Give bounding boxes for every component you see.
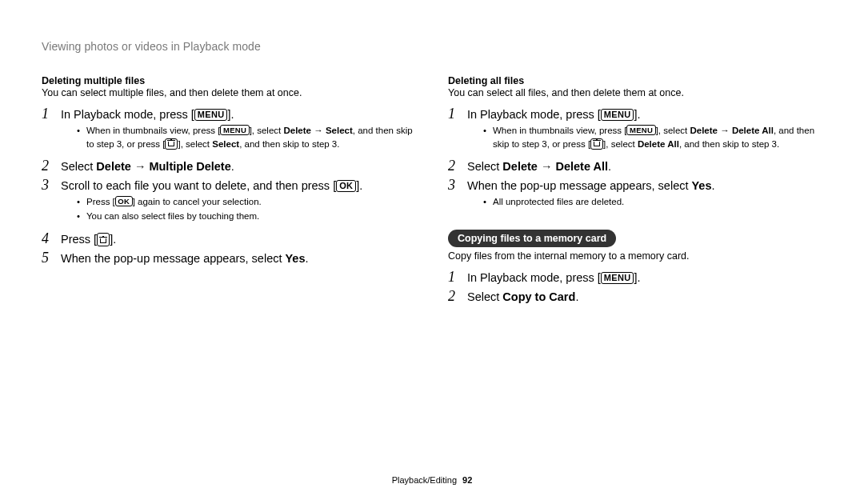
page: Viewing photos or videos in Playback mod… — [0, 0, 864, 504]
content-columns: Deleting multiple files You can select m… — [42, 75, 822, 308]
step-3-text: Scroll to each file you want to delete, … — [61, 178, 416, 194]
page-footer: Playback/Editing 92 — [0, 475, 864, 485]
step-2-text: Select Delete → Delete All. — [467, 158, 822, 175]
step-1: 1 In Playback mode, press [MENU]. When i… — [448, 106, 822, 157]
steps-delete-all: 1 In Playback mode, press [MENU]. When i… — [448, 106, 822, 215]
copy-step-1-text: In Playback mode, press [MENU]. — [467, 270, 822, 286]
footer-page-number: 92 — [462, 475, 472, 485]
trash-icon — [590, 138, 603, 150]
menu-icon: MENU — [601, 109, 634, 121]
copy-step-2: 2 Select Copy to Card. — [448, 289, 822, 306]
step-4-text: Press []. — [61, 231, 416, 248]
steps-delete-multiple: 1 In Playback mode, press [MENU]. When i… — [42, 106, 416, 268]
step-3-tip-2: You can also select files by touching th… — [77, 210, 416, 223]
step-3-tips: All unprotected files are deleted. — [467, 195, 822, 209]
menu-icon: MENU — [626, 125, 655, 135]
copy-step-2-text: Select Copy to Card. — [467, 289, 822, 306]
subdesc-copy: Copy files from the internal memory to a… — [448, 250, 822, 262]
menu-icon: MENU — [220, 125, 249, 135]
step-5-text: When the pop-up message appears, select … — [61, 250, 416, 267]
step-3-tip-1: Press [OK] again to cancel your selectio… — [77, 195, 416, 209]
step-1-tips: When in thumbnails view, press [MENU], s… — [61, 124, 416, 150]
step-4: 4 Press []. — [42, 231, 416, 249]
step-3-tips: Press [OK] again to cancel your selectio… — [61, 195, 416, 222]
step-1: 1 In Playback mode, press [MENU]. When i… — [42, 106, 416, 157]
trash-icon — [97, 233, 110, 246]
ok-icon: OK — [115, 196, 133, 206]
step-1-tips: When in thumbnails view, press [MENU], s… — [467, 124, 822, 150]
step-1-tip: When in thumbnails view, press [MENU], s… — [77, 124, 416, 150]
step-2: 2 Select Delete → Multiple Delete. — [42, 158, 416, 176]
ok-icon: OK — [336, 180, 356, 192]
copy-step-1: 1 In Playback mode, press [MENU]. — [448, 270, 822, 287]
step-2: 2 Select Delete → Delete All. — [448, 158, 822, 176]
step-3: 3 When the pop-up message appears, selec… — [448, 178, 822, 215]
pill-copying-files: Copying files to a memory card — [448, 230, 616, 247]
step-2-text: Select Delete → Multiple Delete. — [61, 158, 416, 175]
col-left: Deleting multiple files You can select m… — [42, 75, 416, 308]
step-1-text: In Playback mode, press [MENU]. — [61, 106, 416, 123]
subheading-delete-multiple: Deleting multiple files — [42, 75, 416, 86]
step-5: 5 When the pop-up message appears, selec… — [42, 250, 416, 268]
trash-icon — [165, 138, 178, 150]
step-3-tip: All unprotected files are deleted. — [483, 195, 822, 209]
section-heading: Viewing photos or videos in Playback mod… — [42, 40, 822, 53]
step-1-text: In Playback mode, press [MENU]. — [467, 106, 822, 123]
menu-icon: MENU — [601, 272, 634, 284]
step-1-tip: When in thumbnails view, press [MENU], s… — [483, 124, 822, 150]
subdesc-delete-all: You can select all files, and then delet… — [448, 87, 822, 98]
step-3: 3 Scroll to each file you want to delete… — [42, 178, 416, 229]
step-3-text: When the pop-up message appears, select … — [467, 178, 822, 194]
steps-copy: 1 In Playback mode, press [MENU]. 2 Sele… — [448, 270, 822, 306]
subheading-delete-all: Deleting all files — [448, 75, 822, 86]
subdesc-delete-multiple: You can select multiple files, and then … — [42, 87, 416, 98]
col-right: Deleting all files You can select all fi… — [448, 75, 822, 308]
menu-icon: MENU — [194, 109, 228, 121]
footer-section: Playback/Editing — [392, 475, 457, 485]
